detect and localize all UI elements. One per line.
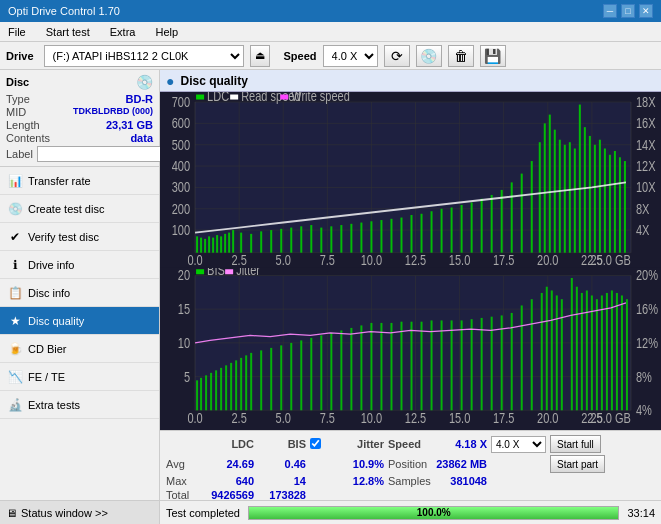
svg-rect-139 bbox=[250, 353, 252, 410]
menu-help[interactable]: Help bbox=[151, 25, 182, 39]
svg-text:7.5: 7.5 bbox=[320, 410, 335, 425]
refresh-button[interactable]: ⟳ bbox=[384, 45, 410, 67]
cd-bier-icon: 🍺 bbox=[8, 342, 22, 356]
menu-extra[interactable]: Extra bbox=[106, 25, 140, 39]
progress-text: 100.0% bbox=[249, 507, 618, 519]
svg-rect-23 bbox=[204, 239, 206, 253]
sidebar-item-transfer-rate[interactable]: 📊 Transfer rate bbox=[0, 167, 159, 195]
svg-rect-175 bbox=[581, 293, 583, 410]
svg-rect-180 bbox=[606, 293, 608, 410]
svg-rect-184 bbox=[626, 299, 628, 410]
svg-rect-39 bbox=[320, 228, 322, 253]
svg-rect-131 bbox=[210, 373, 212, 410]
upper-chart-svg: 700 600 500 400 300 200 100 18X 16X 14X … bbox=[160, 92, 661, 268]
save-button[interactable]: 💾 bbox=[480, 45, 506, 67]
svg-text:20: 20 bbox=[178, 268, 190, 283]
svg-rect-63 bbox=[549, 115, 551, 253]
svg-text:10X: 10X bbox=[636, 180, 656, 195]
drive-select[interactable]: (F:) ATAPI iHBS112 2 CL0K bbox=[44, 45, 244, 67]
svg-text:0.0: 0.0 bbox=[187, 253, 202, 268]
svg-rect-78 bbox=[624, 161, 626, 253]
svg-text:8X: 8X bbox=[636, 202, 650, 217]
stats-header-speed: Speed bbox=[388, 438, 428, 450]
menu-start-test[interactable]: Start test bbox=[42, 25, 94, 39]
svg-text:600: 600 bbox=[172, 116, 190, 131]
drive-label: Drive bbox=[6, 50, 34, 62]
svg-text:12.5: 12.5 bbox=[405, 410, 427, 425]
label-input[interactable] bbox=[37, 146, 170, 162]
status-window[interactable]: 🖥 Status window >> bbox=[0, 500, 159, 524]
svg-text:15: 15 bbox=[178, 302, 190, 317]
svg-rect-34 bbox=[270, 230, 272, 253]
type-label: Type bbox=[6, 93, 30, 105]
svg-rect-207 bbox=[225, 269, 233, 274]
svg-rect-128 bbox=[196, 380, 198, 410]
speed-select[interactable]: 4.0 X bbox=[323, 45, 378, 67]
svg-text:0.0: 0.0 bbox=[187, 410, 202, 425]
svg-text:20.0: 20.0 bbox=[537, 253, 558, 268]
svg-text:12%: 12% bbox=[636, 335, 658, 350]
close-button[interactable]: ✕ bbox=[639, 4, 653, 18]
start-full-button[interactable]: Start full bbox=[550, 435, 601, 453]
svg-rect-37 bbox=[300, 226, 302, 252]
sidebar-item-fe-te[interactable]: 📉 FE / TE bbox=[0, 363, 159, 391]
svg-rect-40 bbox=[330, 226, 332, 252]
charts-container: 700 600 500 400 300 200 100 18X 16X 14X … bbox=[160, 92, 661, 430]
svg-rect-35 bbox=[280, 229, 282, 253]
jitter-checkbox[interactable] bbox=[310, 438, 321, 449]
sidebar-item-label: FE / TE bbox=[28, 371, 65, 383]
svg-rect-104 bbox=[196, 95, 204, 100]
sidebar-item-disc-info[interactable]: 📋 Disc info bbox=[0, 279, 159, 307]
svg-rect-32 bbox=[250, 234, 252, 253]
menu-file[interactable]: File bbox=[4, 25, 30, 39]
svg-rect-173 bbox=[571, 278, 573, 410]
svg-rect-159 bbox=[451, 320, 453, 410]
eject-button[interactable]: ⏏ bbox=[250, 45, 270, 67]
svg-rect-51 bbox=[441, 209, 443, 253]
svg-text:2.5: 2.5 bbox=[232, 253, 247, 268]
sidebar-item-verify-test-disc[interactable]: ✔ Verify test disc bbox=[0, 223, 159, 251]
disc-quality-icon: ★ bbox=[8, 314, 22, 328]
verify-test-disc-icon: ✔ bbox=[8, 230, 22, 244]
samples-label: Samples bbox=[388, 475, 428, 487]
sidebar-item-create-test-disc[interactable]: 💿 Create test disc bbox=[0, 195, 159, 223]
disc-button[interactable]: 💿 bbox=[416, 45, 442, 67]
svg-text:4%: 4% bbox=[636, 403, 652, 418]
speed-select[interactable]: 4.0 X bbox=[491, 436, 546, 453]
svg-rect-135 bbox=[230, 363, 232, 410]
svg-rect-45 bbox=[380, 220, 382, 253]
time-label: 33:14 bbox=[627, 507, 655, 519]
svg-text:5: 5 bbox=[184, 369, 190, 384]
svg-rect-60 bbox=[531, 161, 533, 253]
erase-button[interactable]: 🗑 bbox=[448, 45, 474, 67]
sidebar-item-disc-quality[interactable]: ★ Disc quality bbox=[0, 307, 159, 335]
disc-panel-icon-button[interactable]: 💿 bbox=[136, 74, 153, 90]
max-label: Max bbox=[166, 475, 202, 487]
sidebar-item-drive-info[interactable]: ℹ Drive info bbox=[0, 251, 159, 279]
svg-text:BIS: BIS bbox=[207, 268, 225, 279]
svg-text:4X: 4X bbox=[636, 223, 650, 238]
mid-value: TDKBLDRBD (000) bbox=[73, 106, 153, 118]
svg-rect-69 bbox=[579, 105, 581, 253]
svg-text:15.0: 15.0 bbox=[449, 253, 470, 268]
svg-text:Jitter: Jitter bbox=[236, 268, 260, 279]
main-layout: Disc 💿 Type BD-R MID TDKBLDRBD (000) Len… bbox=[0, 70, 661, 524]
maximize-button[interactable]: □ bbox=[621, 4, 635, 18]
progress-area: Test completed 100.0% 33:14 bbox=[160, 500, 661, 524]
svg-rect-174 bbox=[576, 286, 578, 410]
svg-text:12.5: 12.5 bbox=[405, 253, 426, 268]
position-label: Position bbox=[388, 458, 428, 470]
start-part-button[interactable]: Start part bbox=[550, 455, 605, 473]
svg-rect-72 bbox=[594, 145, 596, 253]
svg-rect-183 bbox=[621, 295, 623, 410]
svg-text:Write speed: Write speed bbox=[291, 92, 350, 104]
minimize-button[interactable]: ─ bbox=[603, 4, 617, 18]
extra-tests-icon: 🔬 bbox=[8, 398, 22, 412]
sidebar-item-cd-bier[interactable]: 🍺 CD Bier bbox=[0, 335, 159, 363]
contents-value: data bbox=[130, 132, 153, 144]
svg-text:LDC: LDC bbox=[207, 92, 229, 104]
svg-rect-21 bbox=[196, 236, 198, 252]
svg-rect-28 bbox=[224, 234, 226, 253]
sidebar-item-extra-tests[interactable]: 🔬 Extra tests bbox=[0, 391, 159, 419]
sidebar: Disc 💿 Type BD-R MID TDKBLDRBD (000) Len… bbox=[0, 70, 160, 524]
